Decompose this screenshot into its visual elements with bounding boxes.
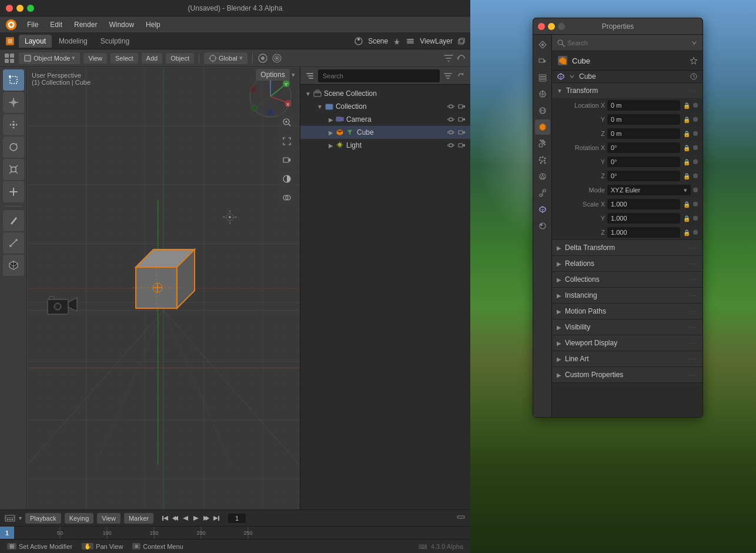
current-frame-input[interactable]: 1 xyxy=(228,514,246,523)
proportional-edit-icon[interactable] xyxy=(272,53,282,64)
collection-render-icon[interactable] xyxy=(457,102,466,111)
timeline-editor-icon[interactable] xyxy=(5,513,15,524)
tool-measure[interactable] xyxy=(3,232,24,254)
camera-arrow[interactable]: ▶ xyxy=(329,116,333,123)
timeline-expand-icon[interactable] xyxy=(456,512,466,522)
collection-visibility-icon[interactable] xyxy=(447,102,455,111)
camera-view-btn[interactable] xyxy=(279,152,295,168)
rotation-y-value[interactable]: 0° xyxy=(607,156,680,167)
location-x-value[interactable]: 0 m xyxy=(607,100,680,111)
scale-z-lock[interactable]: 🔒 xyxy=(683,228,691,236)
collection-arrow[interactable]: ▼ xyxy=(317,104,323,110)
rotation-x-value[interactable]: 0° xyxy=(607,142,680,153)
outliner-search[interactable] xyxy=(318,69,440,82)
tool-transform[interactable] xyxy=(3,181,24,202)
scale-z-value[interactable]: 1.000 xyxy=(607,227,680,238)
cube-visibility-icon[interactable] xyxy=(447,128,455,136)
prop-icon-modifier[interactable] xyxy=(535,136,550,151)
prop-icon-object-data[interactable] xyxy=(535,202,550,217)
camera-render-icon[interactable] xyxy=(457,115,466,124)
cube-arrow[interactable]: ▶ xyxy=(329,129,333,136)
scale-y-dot[interactable] xyxy=(693,216,698,221)
rotation-x-dot[interactable] xyxy=(693,145,698,150)
menu-file[interactable]: File xyxy=(22,19,43,31)
scale-x-value[interactable]: 1.000 xyxy=(607,199,680,209)
play-back-btn[interactable] xyxy=(182,514,190,522)
line-art-header[interactable]: ▶ Line Art ··· xyxy=(552,351,703,367)
prop-icon-particles[interactable] xyxy=(535,152,550,168)
view-menu-timeline[interactable]: View xyxy=(97,513,121,524)
rotation-z-lock[interactable]: 🔒 xyxy=(683,172,691,180)
scale-x-lock[interactable]: 🔒 xyxy=(683,200,691,208)
location-y-lock[interactable]: 🔒 xyxy=(683,115,691,124)
properties-search-chevron[interactable] xyxy=(691,39,698,46)
location-x-lock[interactable]: 🔒 xyxy=(683,101,691,109)
viewport-display-header[interactable]: ▶ Viewport Display ··· xyxy=(552,335,703,351)
light-render-icon[interactable] xyxy=(457,141,466,149)
transform-selector[interactable]: Global ▾ xyxy=(204,52,247,64)
step-forward-btn[interactable] xyxy=(202,514,210,522)
tool-select-box[interactable] xyxy=(3,69,24,91)
scene-collection-item[interactable]: ▼ Scene Collection xyxy=(300,87,470,100)
rotation-mode-dropdown[interactable]: XYZ Euler ▾ xyxy=(607,185,691,195)
step-back-btn[interactable] xyxy=(172,514,180,522)
custom-properties-header[interactable]: ▶ Custom Properties ··· xyxy=(552,367,703,382)
tool-add-cube[interactable] xyxy=(3,255,24,276)
object-menu[interactable]: Object xyxy=(166,53,194,64)
menu-edit[interactable]: Edit xyxy=(45,19,67,31)
mesh-selector-arrow[interactable] xyxy=(568,73,576,80)
snap-icon[interactable] xyxy=(257,53,268,64)
prop-icon-physics[interactable] xyxy=(535,169,550,184)
zoom-to-fit-btn[interactable] xyxy=(279,133,295,149)
cube-item[interactable]: ▶ Cube xyxy=(300,126,470,139)
rotation-x-lock[interactable]: 🔒 xyxy=(683,144,691,152)
location-x-dot[interactable] xyxy=(693,103,698,108)
location-z-value[interactable]: 0 m xyxy=(607,128,680,139)
rotation-y-dot[interactable] xyxy=(693,159,698,164)
tool-rotate[interactable] xyxy=(3,136,24,158)
zoom-in-btn[interactable] xyxy=(279,114,295,131)
jump-end-btn[interactable] xyxy=(212,514,220,522)
tab-layout[interactable]: Layout xyxy=(19,35,52,48)
viewlayer-name[interactable]: ViewLayer xyxy=(420,37,453,45)
cube-object-3d[interactable] xyxy=(121,241,198,319)
prop-close-btn[interactable] xyxy=(538,23,545,30)
relations-header[interactable]: ▶ Relations ··· xyxy=(552,256,703,271)
location-z-dot[interactable] xyxy=(693,131,698,136)
tab-modeling[interactable]: Modeling xyxy=(53,35,93,48)
collections-header[interactable]: ▶ Collections ··· xyxy=(552,272,703,287)
scene-collection-arrow[interactable]: ▼ xyxy=(305,91,311,97)
object-mode-selector[interactable]: Object Mode ▾ xyxy=(19,52,80,64)
menu-help[interactable]: Help xyxy=(141,19,165,31)
sync-icon[interactable] xyxy=(456,53,467,64)
select-menu[interactable]: Select xyxy=(111,53,138,64)
keying-menu[interactable]: Keying xyxy=(65,513,94,524)
pin-object-icon[interactable] xyxy=(690,56,698,65)
options-button[interactable]: Options ▾ xyxy=(256,71,295,79)
scale-x-dot[interactable] xyxy=(693,202,698,206)
transform-section-header[interactable]: ▼ Transform ··· xyxy=(552,83,703,98)
prop-icon-material[interactable] xyxy=(535,218,550,234)
maximize-button[interactable] xyxy=(27,5,34,12)
jump-start-btn[interactable] xyxy=(162,514,170,522)
light-arrow[interactable]: ▶ xyxy=(329,142,333,149)
collection-item[interactable]: ▼ Collection xyxy=(300,100,470,113)
prop-icon-scene[interactable] xyxy=(535,86,550,102)
prop-icon-object[interactable] xyxy=(535,119,550,135)
scale-y-value[interactable]: 1.000 xyxy=(607,213,680,224)
blender-logo-icon[interactable] xyxy=(5,18,18,31)
tool-annotate[interactable] xyxy=(3,210,24,231)
camera-item[interactable]: ▶ Camera xyxy=(300,113,470,126)
properties-search-input[interactable] xyxy=(567,39,688,46)
tab-sculpting[interactable]: Sculpting xyxy=(95,35,135,48)
location-z-lock[interactable]: 🔒 xyxy=(683,129,691,138)
prop-icon-viewlayer[interactable] xyxy=(535,70,550,85)
tool-cursor[interactable] xyxy=(3,92,24,113)
light-visibility-icon[interactable] xyxy=(447,141,455,149)
viewport-shading-btn[interactable] xyxy=(279,171,295,187)
editor-type-icon[interactable] xyxy=(4,52,15,64)
menu-render[interactable]: Render xyxy=(69,19,102,31)
mode-dot[interactable] xyxy=(693,188,698,192)
prop-icon-render[interactable] xyxy=(535,37,550,52)
rotation-y-lock[interactable]: 🔒 xyxy=(683,158,691,166)
